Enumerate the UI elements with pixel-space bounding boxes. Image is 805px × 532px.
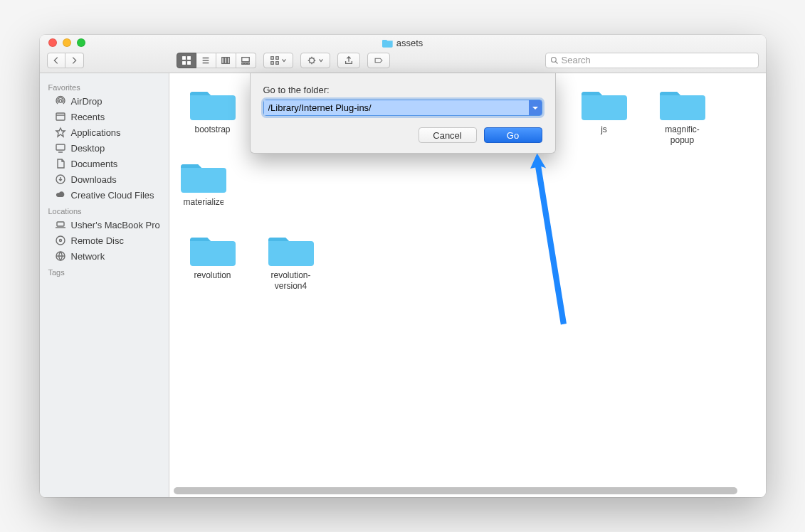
svg-rect-10 (242, 57, 250, 61)
file-label: bootstrap (194, 124, 230, 135)
network-icon (54, 250, 67, 262)
svg-rect-27 (57, 222, 64, 226)
file-label: revolution (194, 270, 231, 281)
gallery-view-button[interactable] (236, 53, 256, 68)
horizontal-scrollbar[interactable] (174, 487, 762, 494)
file-label: magnific-popup (653, 124, 712, 146)
folder-icon (181, 157, 226, 194)
folder-icon (382, 38, 394, 48)
svg-rect-1 (187, 56, 190, 59)
back-button[interactable] (47, 53, 65, 68)
folder-revolution[interactable]: revolution (184, 230, 242, 292)
finder-window: assets Search (40, 35, 766, 497)
folder-js[interactable]: js (575, 85, 633, 146)
file-label: js (601, 124, 607, 135)
sidebar-section-tags: Tags (40, 264, 169, 278)
svg-rect-11 (242, 63, 244, 64)
tags-button[interactable] (367, 53, 390, 68)
downloads-icon (54, 174, 67, 185)
search-placeholder: Search (562, 55, 591, 65)
sidebar-item-network[interactable]: Network (40, 248, 169, 264)
window-title-text: assets (396, 38, 423, 48)
sidebar-item-macbook[interactable]: Usher's MacBook Pro (40, 217, 169, 233)
go-to-folder-dialog: Go to the folder: Cancel Go (250, 73, 556, 154)
sidebar: Favorites AirDrop Recents Applications D… (40, 73, 169, 497)
cancel-button[interactable]: Cancel (419, 127, 477, 143)
sidebar-item-documents[interactable]: Documents (40, 156, 169, 171)
sidebar-section-favorites: Favorites (40, 79, 169, 93)
traffic-lights (40, 38, 85, 47)
action-menu-button[interactable] (300, 53, 330, 68)
creative-cloud-icon (54, 189, 67, 201)
sidebar-item-applications[interactable]: Applications (40, 124, 169, 140)
sidebar-item-label: Usher's MacBook Pro (71, 220, 160, 230)
go-button[interactable]: Go (484, 127, 542, 143)
forward-button[interactable] (65, 53, 84, 68)
folder-icon (190, 85, 236, 122)
sidebar-item-creative-cloud[interactable]: Creative Cloud Files (40, 187, 169, 203)
sidebar-item-label: Network (71, 251, 105, 262)
folder-magnific-popup[interactable]: magnific-popup (653, 85, 712, 146)
svg-rect-0 (182, 56, 185, 59)
search-input[interactable]: Search (545, 53, 759, 68)
chevron-down-icon[interactable] (529, 100, 542, 115)
sidebar-item-downloads[interactable]: Downloads (40, 171, 169, 187)
sidebar-item-recents[interactable]: Recents (40, 109, 169, 124)
svg-rect-14 (270, 56, 273, 59)
desktop-icon (54, 142, 67, 154)
airdrop-icon (54, 95, 67, 107)
close-window-button[interactable] (48, 38, 57, 47)
svg-point-19 (551, 57, 556, 62)
recents-icon (54, 111, 67, 122)
folder-bootstrap[interactable]: bootstrap (184, 85, 242, 146)
icon-view-button[interactable] (177, 53, 196, 68)
svg-point-30 (59, 240, 61, 242)
sidebar-item-label: Downloads (71, 174, 117, 185)
svg-rect-12 (245, 63, 247, 64)
svg-rect-9 (228, 57, 230, 63)
documents-icon (54, 158, 67, 169)
svg-rect-22 (56, 113, 65, 120)
folder-path-input[interactable] (264, 100, 529, 115)
zoom-window-button[interactable] (77, 38, 85, 47)
folder-icon (268, 230, 314, 267)
minimize-window-button[interactable] (63, 38, 71, 47)
sidebar-item-remote-disc[interactable]: Remote Disc (40, 233, 169, 248)
folder-revolution-version4[interactable]: revolution-version4 (262, 230, 320, 292)
folder-icon (660, 85, 705, 122)
search-icon (550, 56, 559, 65)
button-label: Go (507, 130, 519, 141)
group-by-button[interactable] (263, 53, 293, 68)
titlebar: assets Search (40, 35, 766, 73)
sidebar-item-label: AirDrop (71, 96, 102, 107)
svg-rect-16 (270, 61, 273, 64)
svg-rect-8 (225, 57, 227, 63)
folder-icon (582, 85, 627, 122)
list-view-button[interactable] (196, 53, 216, 68)
sidebar-item-label: Remote Disc (71, 235, 124, 246)
sidebar-item-desktop[interactable]: Desktop (40, 140, 169, 156)
disc-icon (54, 235, 67, 246)
share-button[interactable] (337, 53, 360, 68)
sidebar-item-label: Creative Cloud Files (71, 190, 154, 201)
svg-rect-13 (248, 63, 250, 64)
svg-rect-3 (187, 61, 190, 64)
applications-icon (54, 127, 67, 138)
svg-rect-17 (275, 61, 278, 64)
dialog-label: Go to the folder: (263, 85, 542, 95)
sidebar-item-label: Desktop (71, 143, 105, 154)
laptop-icon (54, 219, 67, 230)
svg-rect-24 (56, 144, 65, 150)
svg-rect-7 (222, 57, 224, 63)
svg-line-20 (555, 61, 557, 63)
folder-path-combobox[interactable] (263, 100, 542, 116)
column-view-button[interactable] (216, 53, 236, 68)
view-mode-group (177, 53, 256, 68)
svg-rect-2 (182, 61, 185, 64)
folder-materialize[interactable]: materialize (184, 157, 223, 208)
svg-point-29 (56, 236, 65, 245)
sidebar-item-label: Documents (71, 159, 118, 169)
sidebar-item-label: Recents (71, 112, 105, 122)
sidebar-item-airdrop[interactable]: AirDrop (40, 93, 169, 109)
window-title: assets (40, 38, 766, 48)
